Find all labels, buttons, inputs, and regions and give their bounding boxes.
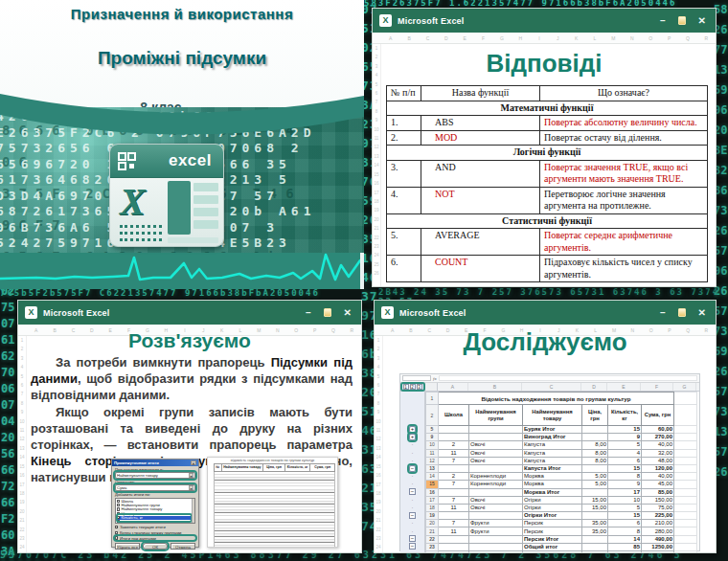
sheet-cell: Фрукти bbox=[469, 527, 523, 535]
column-header[interactable]: E bbox=[456, 35, 474, 41]
column-header[interactable]: B bbox=[399, 35, 418, 41]
minimize-button[interactable]: – bbox=[306, 307, 311, 318]
minus-button[interactable]: − bbox=[409, 465, 416, 472]
checkbox[interactable] bbox=[117, 507, 120, 510]
sheet-cell: Морква bbox=[523, 473, 582, 481]
sheet-cell: 85,00 bbox=[642, 488, 674, 496]
checkbox-row[interactable]: Конец страницы между группами bbox=[115, 530, 195, 535]
row-number: 16 bbox=[426, 488, 439, 496]
checkbox[interactable] bbox=[115, 526, 118, 528]
sheet-cell: 15 bbox=[608, 464, 642, 472]
outline-levels[interactable]: 123 bbox=[400, 383, 425, 392]
checkbox[interactable] bbox=[115, 536, 118, 539]
sheet-cell bbox=[469, 551, 523, 554]
sheet-cell bbox=[439, 512, 469, 520]
dialog-button[interactable]: ОК bbox=[143, 543, 168, 550]
titlebar[interactable]: X Microsoft Excel – ✕ bbox=[18, 301, 361, 325]
checkbox[interactable] bbox=[115, 531, 118, 534]
close-button[interactable]: ✕ bbox=[344, 307, 352, 318]
titlebar[interactable]: X Microsoft Excel – ✕ bbox=[373, 9, 716, 33]
chevron-down-icon[interactable]: ▾ bbox=[189, 485, 193, 490]
table-cell: MOD bbox=[421, 130, 540, 146]
checkbox-row[interactable]: Заменить текущие итоги bbox=[115, 525, 195, 529]
sheet-column-header[interactable]: G bbox=[673, 383, 696, 391]
empty-cell bbox=[674, 481, 697, 488]
titlebar[interactable]: X Microsoft Excel – ✕ bbox=[375, 301, 716, 325]
minus-button[interactable]: − bbox=[409, 535, 416, 542]
table-row: 1811ОвочіОгірки15,00575,00 bbox=[426, 504, 697, 511]
highlight-outline bbox=[116, 513, 193, 523]
sheet-cell: Персик bbox=[523, 520, 582, 527]
table-row: 127ОвочіКапуста8,00648,00 bbox=[426, 457, 697, 464]
change-in-combo[interactable]: Найменування товару ▾ bbox=[115, 472, 195, 479]
chevron-down-icon[interactable]: ▾ bbox=[189, 473, 193, 478]
column-header[interactable]: A bbox=[381, 35, 399, 41]
sheet-header-cell: Найменування групи bbox=[469, 405, 523, 426]
dialog-button[interactable]: Убрать все bbox=[115, 543, 140, 550]
plus-button[interactable]: + bbox=[409, 434, 416, 440]
close-button[interactable]: ✕ bbox=[698, 307, 706, 318]
column-header[interactable]: O bbox=[641, 35, 659, 41]
row-number: 20 bbox=[426, 520, 439, 527]
column-header[interactable]: M bbox=[604, 35, 623, 41]
sheet-cell: 8,00 bbox=[582, 457, 608, 464]
column-header[interactable]: F bbox=[474, 35, 492, 41]
sheet-cell: Персик bbox=[523, 527, 582, 535]
sheet-column-header[interactable]: F bbox=[641, 383, 673, 391]
plus-button[interactable]: + bbox=[409, 426, 416, 433]
mini-header: Сума, грн bbox=[309, 464, 334, 471]
minus-button[interactable]: − bbox=[409, 543, 416, 550]
row-number: 10 bbox=[426, 441, 439, 449]
operation-combo[interactable]: Сума ▾ bbox=[115, 484, 195, 491]
sheet-column-header[interactable]: A bbox=[438, 383, 468, 391]
scrollbar[interactable] bbox=[192, 499, 194, 523]
answers-table: № п/п Назва функції Що означає? Математи… bbox=[386, 85, 708, 282]
restore-button[interactable] bbox=[678, 16, 686, 25]
formula-input[interactable] bbox=[439, 375, 697, 381]
dialog-button[interactable]: Отмена bbox=[171, 543, 195, 550]
sheet-cell: 7 bbox=[439, 520, 469, 527]
restore-button[interactable] bbox=[678, 308, 686, 317]
restore-button[interactable] bbox=[324, 308, 331, 317]
exploring-window: X Microsoft Excel – ✕ ABCDEFGHIJKLMNOPQR… bbox=[374, 300, 717, 553]
subtotal-field-list[interactable]: ШколаНайменування групиНайменування това… bbox=[115, 498, 195, 524]
column-header[interactable]: G bbox=[492, 35, 511, 41]
column-header[interactable]: I bbox=[530, 35, 548, 41]
column-header[interactable]: H bbox=[512, 35, 530, 41]
column-header[interactable]: L bbox=[585, 35, 603, 41]
row-number: 18 bbox=[426, 504, 439, 511]
checkbox-row[interactable]: Итоги под данными bbox=[115, 536, 195, 541]
sheet-column-header[interactable]: E bbox=[607, 383, 641, 391]
sheet-title-cell: Відомість надходження товарів по групам … bbox=[439, 393, 674, 405]
solving-window: X Microsoft Excel – ✕ ABCDEFGHIJKLMNOPQR… bbox=[17, 300, 362, 553]
table-cell: 6. bbox=[387, 256, 421, 282]
column-header[interactable]: R bbox=[697, 35, 716, 41]
checkbox[interactable] bbox=[117, 504, 120, 506]
dialog-titlebar[interactable]: Промежуточные итоги ✕ bbox=[112, 460, 198, 466]
minimize-button[interactable]: – bbox=[660, 15, 666, 26]
minus-button[interactable]: − bbox=[409, 488, 416, 495]
sheet-cell: 15 bbox=[608, 426, 642, 434]
table-row: 157КоренеплодиМорква5,00945,00 bbox=[426, 481, 697, 488]
minimize-button[interactable]: – bbox=[660, 307, 666, 318]
sheet-column-header[interactable]: C bbox=[522, 383, 581, 391]
table-cell: Повертає середнє арифметичне аргументів. bbox=[540, 229, 708, 256]
column-header[interactable]: P bbox=[660, 35, 678, 41]
close-button[interactable]: ✕ bbox=[698, 15, 706, 26]
checkbox[interactable] bbox=[117, 500, 120, 503]
column-header[interactable]: N bbox=[623, 35, 641, 41]
table-row: 102ОвочіКапуста8,00540,00 bbox=[426, 441, 697, 449]
sheet-column-header[interactable]: B bbox=[468, 383, 522, 391]
minus-button[interactable]: − bbox=[409, 512, 416, 519]
name-box[interactable] bbox=[402, 375, 431, 381]
column-header[interactable]: C bbox=[419, 35, 437, 41]
table-row: 23Общий итог851250,00 bbox=[426, 543, 697, 550]
column-header[interactable]: Q bbox=[678, 35, 696, 41]
sheet-column-header[interactable]: D bbox=[581, 383, 607, 391]
select-all-corner[interactable] bbox=[425, 383, 438, 392]
column-header[interactable]: D bbox=[437, 35, 455, 41]
column-header[interactable]: K bbox=[567, 35, 585, 41]
column-header[interactable]: J bbox=[549, 35, 567, 41]
dialog-close-icon[interactable]: ✕ bbox=[191, 460, 196, 465]
excel-logo-text: excel bbox=[169, 151, 212, 170]
